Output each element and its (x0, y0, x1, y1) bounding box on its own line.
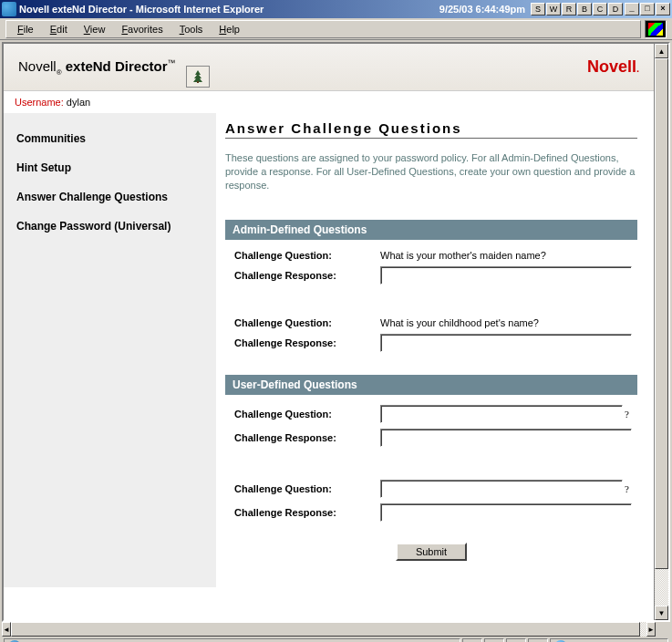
sidebar-nav: Communities Hint Setup Answer Challenge … (4, 113, 216, 587)
scroll-down-button[interactable]: ▼ (655, 606, 668, 620)
tree-icon (191, 69, 205, 84)
username-label: Username: (15, 97, 64, 108)
admin-question-2-text: What is your childhood pet's name? (380, 317, 539, 328)
admin-question-2: Challenge Question: What is your childho… (225, 307, 637, 375)
scrollbar-corner (656, 622, 670, 637)
submit-button[interactable]: Submit (396, 543, 467, 561)
menu-edit[interactable]: Edit (43, 22, 75, 36)
user-response-1-input[interactable] (380, 429, 632, 447)
user-question-2: Challenge Question: ? Challenge Response… (225, 470, 637, 533)
admin-response-1-input[interactable] (380, 266, 632, 285)
menu-favorites[interactable]: Favorites (114, 22, 170, 36)
minimize-button[interactable]: _ (625, 3, 639, 16)
menu-tools[interactable]: Tools (172, 22, 211, 36)
page-title: Answer Challenge Questions (225, 120, 637, 139)
user-question-1-input[interactable] (380, 405, 623, 423)
status-cell-4 (528, 638, 548, 642)
challenge-question-label: Challenge Question: (234, 317, 380, 328)
menu-file[interactable]: File (10, 22, 41, 36)
close-button[interactable]: × (656, 3, 670, 16)
browser-viewport: Novell® exteNd Director™ Novell. Usernam… (2, 42, 670, 622)
menubar: File Edit View Favorites Tools Help (0, 18, 672, 40)
challenge-response-label: Challenge Response: (234, 507, 380, 518)
sidebar-item-answer-challenge[interactable]: Answer Challenge Questions (4, 182, 216, 212)
question-mark-icon: ? (625, 409, 629, 419)
question-mark-icon: ? (625, 483, 629, 494)
tray-btn-r[interactable]: R (562, 3, 576, 16)
admin-response-2-input[interactable] (380, 334, 632, 352)
intro-text: These questions are assigned to your pas… (225, 151, 637, 192)
novell-logo: Novell. (587, 57, 639, 77)
statusbar: Done Internet (2, 637, 670, 642)
username-value: dylan (67, 97, 90, 108)
titlebar-clock: 9/25/03 6:44:49pm (439, 4, 525, 15)
brand-header: Novell® exteNd Director™ Novell. (4, 44, 654, 91)
status-cell-3 (506, 638, 526, 642)
menu-help[interactable]: Help (212, 22, 247, 36)
ie-app-icon (2, 2, 16, 16)
challenge-question-label: Challenge Question: (234, 250, 380, 261)
window-title: Novell exteNd Director - Microsoft Inter… (19, 4, 264, 15)
scroll-thumb-vertical[interactable] (655, 58, 668, 569)
maximize-button[interactable]: □ (640, 3, 655, 16)
sidebar-item-communities[interactable]: Communities (4, 124, 216, 153)
scroll-thumb-horizontal[interactable] (11, 622, 640, 637)
titlebar-tray-buttons: S W R B C D (531, 3, 623, 16)
challenge-response-label: Challenge Response: (234, 337, 380, 348)
status-cell-1 (462, 638, 482, 642)
brand-title: Novell® exteNd Director™ (18, 58, 175, 77)
horizontal-scrollbar[interactable]: ◄ ► (2, 622, 656, 637)
challenge-response-label: Challenge Response: (234, 432, 380, 443)
tray-btn-c[interactable]: C (593, 3, 607, 16)
tray-btn-s[interactable]: S (531, 3, 545, 16)
security-zone: Internet (550, 638, 668, 642)
svg-rect-0 (197, 81, 199, 83)
user-question-1: Challenge Question: ? Challenge Response… (225, 395, 637, 470)
user-question-2-input[interactable] (380, 480, 623, 498)
challenge-question-label: Challenge Question: (234, 409, 380, 419)
challenge-question-label: Challenge Question: (234, 483, 380, 494)
window-titlebar: Novell exteNd Director - Microsoft Inter… (0, 0, 672, 18)
window-system-buttons: _ □ × (625, 3, 670, 16)
username-bar: Username: dylan (4, 91, 654, 113)
vertical-scrollbar[interactable]: ▲ ▼ (654, 44, 668, 620)
scroll-left-button[interactable]: ◄ (2, 622, 11, 637)
scroll-up-button[interactable]: ▲ (655, 44, 668, 58)
tray-btn-b[interactable]: B (577, 3, 592, 16)
tray-btn-w[interactable]: W (546, 3, 561, 16)
sidebar-item-change-password[interactable]: Change Password (Universal) (4, 212, 216, 241)
user-defined-header: User-Defined Questions (225, 375, 637, 395)
ie-throbber-icon (645, 20, 667, 38)
menu-view[interactable]: View (77, 22, 113, 36)
status-cell-2 (484, 638, 504, 642)
scroll-right-button[interactable]: ► (646, 622, 656, 637)
status-main: Done (4, 638, 460, 642)
sidebar-item-hint-setup[interactable]: Hint Setup (4, 153, 216, 182)
user-response-2-input[interactable] (380, 503, 632, 522)
admin-defined-header: Admin-Defined Questions (225, 220, 637, 240)
scroll-track-horizontal[interactable] (11, 622, 646, 637)
admin-question-1: Challenge Question: What is your mother'… (225, 240, 637, 307)
tree-picker-button[interactable] (186, 66, 210, 88)
challenge-response-label: Challenge Response: (234, 270, 380, 281)
scroll-track-vertical[interactable] (655, 58, 668, 606)
page-content: Novell® exteNd Director™ Novell. Usernam… (4, 44, 654, 620)
main-panel: Answer Challenge Questions These questio… (216, 113, 654, 587)
admin-question-1-text: What is your mother's maiden name? (380, 250, 546, 261)
tray-btn-d[interactable]: D (608, 3, 623, 16)
